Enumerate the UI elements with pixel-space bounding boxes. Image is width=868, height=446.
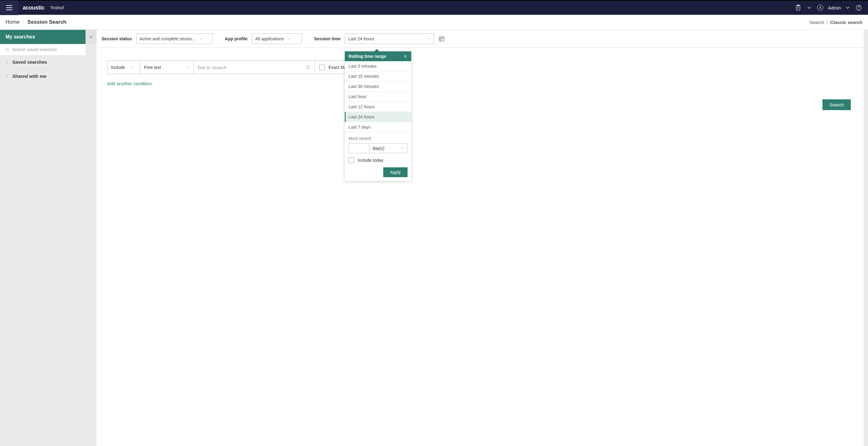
search-button[interactable]: Search [823,99,851,110]
session-status-select[interactable]: Active and complete sessio… [136,34,213,44]
time-range-option[interactable]: Last 15 minutes [345,71,411,82]
svg-point-9 [859,9,859,9]
breadcrumb-home[interactable]: Home [5,19,20,25]
svg-rect-19 [441,39,442,39]
sidebar-item-label: Shared with me [12,73,46,79]
hamburger-icon [6,5,12,10]
include-value: Include [111,65,125,70]
bookmark-icon [306,64,310,70]
chevron-down-icon [845,5,851,11]
clipboard-icon [795,5,801,11]
time-range-option[interactable]: Last 12 hours [345,102,411,112]
time-range-option[interactable]: Last 7 days [345,122,411,132]
app-profile-label: App profile [225,36,248,41]
time-range-dropdown: Rolling time range Last 5 minutesLast 15… [345,51,411,181]
chevron-down-icon [199,37,203,41]
time-range-option[interactable]: Last hour [345,92,411,102]
add-condition-link[interactable]: Add another condition [107,81,152,86]
calendar-button[interactable] [438,35,445,42]
time-range-option[interactable]: Last 24 hours [345,112,411,122]
top-nav: acoustic Tealeaf Admin [0,0,868,15]
type-value: Free text [144,65,161,70]
hamburger-menu[interactable] [0,0,19,15]
unit-value: day(s) [372,146,384,151]
svg-rect-18 [440,39,441,39]
session-time-label: Session time [314,36,341,41]
most-recent-value-input[interactable] [348,144,369,153]
svg-rect-20 [440,40,441,41]
include-today-checkbox[interactable] [348,158,354,163]
condition-include-select[interactable]: Include [107,61,140,74]
clipboard-dropdown[interactable] [804,2,815,13]
sidebar-item-shared[interactable]: Shared with me [0,69,86,83]
user-icon [818,6,822,9]
most-recent-unit-select[interactable]: day(s) [369,144,407,153]
svg-rect-14 [439,37,444,41]
collapse-sidebar-button[interactable] [86,30,97,44]
condition-row: Include Free text [107,61,853,74]
breadcrumb-current: Session Search [27,19,66,25]
chevron-right-icon [5,75,9,78]
main-area: Session status Active and complete sessi… [86,30,868,446]
search-icon [5,47,9,52]
chevron-down-icon [186,65,190,69]
apply-button[interactable]: Apply [383,167,407,177]
admin-label: Admin [828,5,841,10]
app-profile-value: All applications [255,36,284,41]
chevron-right-icon [5,61,9,64]
clipboard-button[interactable] [793,2,804,13]
svg-line-11 [8,50,9,51]
product-name: Tealeaf [50,5,64,10]
session-time-select[interactable]: Last 24 hours [345,34,434,44]
chevron-down-icon [427,37,431,41]
time-range-option[interactable]: Last 5 minutes [345,61,411,71]
session-status-label: Session status [101,36,132,41]
filter-bar: Session status Active and complete sessi… [97,30,864,48]
user-avatar[interactable] [815,2,826,13]
exact-match-checkbox[interactable] [319,65,325,70]
double-chevron-left-icon [89,35,93,39]
close-icon[interactable] [403,54,407,58]
app-profile-select[interactable]: All applications [252,34,302,44]
sidebar-search[interactable] [0,44,86,55]
brand-logo: acoustic [23,5,44,11]
include-today-label: Include today [358,158,383,163]
svg-point-7 [820,6,821,8]
chevron-down-icon [401,147,404,150]
chevron-down-icon [806,5,812,11]
dropdown-title: Rolling time range [348,54,386,59]
condition-text-wrap [194,61,315,74]
time-range-option[interactable]: Last 30 minutes [345,82,411,92]
svg-point-10 [6,48,8,50]
sidebar: My searches Saved searches Shared with m… [0,30,86,446]
most-recent-label: Most recent [348,136,407,141]
chevron-right-icon [22,20,25,25]
help-icon [856,5,862,11]
classic-search-mode-link[interactable]: Classic search [830,20,863,25]
conditions-area: Include Free text [97,48,864,92]
search-mode-link[interactable]: Search [810,20,824,25]
sidebar-header: My searches [0,30,86,44]
chevron-down-icon [130,65,133,69]
help-button[interactable] [853,2,864,13]
sidebar-item-saved[interactable]: Saved searches [0,55,86,69]
condition-type-select[interactable]: Free text [140,61,194,74]
breadcrumb-bar: Home Session Search Search | Classic sea… [0,15,868,30]
condition-text-input[interactable] [197,65,306,70]
calendar-icon [439,36,445,42]
sidebar-item-label: Saved searches [12,59,47,65]
sidebar-search-input[interactable] [12,47,80,52]
session-status-value: Active and complete sessio… [140,36,196,41]
chevron-down-icon [287,37,291,41]
divider: | [827,20,828,25]
session-time-value: Last 24 hours [348,36,374,41]
admin-dropdown[interactable] [842,2,853,13]
bookmark-button[interactable] [306,64,312,70]
